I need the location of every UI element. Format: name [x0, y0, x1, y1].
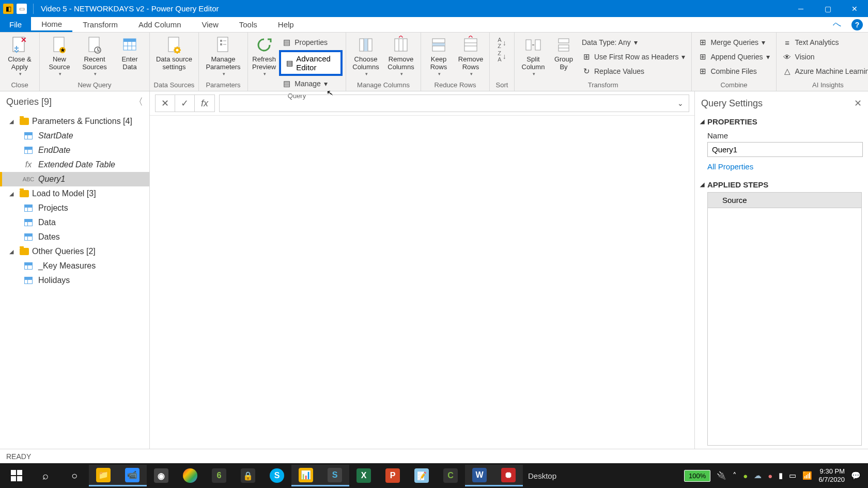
tray-status-icon[interactable]: ● [743, 471, 748, 480]
cortana-button[interactable]: ○ [60, 465, 89, 486]
manage-button[interactable]: ▤Manage▾ [279, 77, 343, 90]
azure-ml-button[interactable]: △Azure Machine Learning [780, 65, 868, 78]
svg-rect-16 [220, 40, 222, 42]
tray-chevron-icon[interactable]: ˄ [733, 471, 737, 480]
collapse-queries-icon[interactable]: 〈 [134, 96, 143, 108]
vision-button[interactable]: 👁Vision [780, 50, 868, 64]
data-type-button[interactable]: Data Type: Any▾ [579, 36, 688, 49]
group-by-button[interactable]: Group By [551, 35, 577, 71]
properties-button[interactable]: ▤Properties [279, 36, 343, 49]
tab-home[interactable]: Home [31, 17, 72, 32]
recorder-button[interactable]: ⏺ [494, 465, 523, 486]
datasources-group-label: Data Sources [153, 80, 195, 91]
remove-columns-button[interactable]: ✕ Remove Columns▾ [384, 35, 417, 76]
tab-view[interactable]: View [192, 17, 229, 32]
notifications-icon[interactable]: 💬 [851, 471, 861, 480]
first-row-headers-button[interactable]: ⊞Use First Row as Headers▾ [579, 50, 688, 64]
choose-columns-button[interactable]: Choose Columns▾ [349, 35, 382, 76]
folder-other-queries[interactable]: ◢Other Queries [2] [0, 244, 149, 259]
formula-cancel-button[interactable]: ✕ [156, 95, 175, 112]
minimize-button[interactable]: ─ [787, 0, 814, 17]
start-button[interactable] [2, 465, 31, 486]
remove-rows-button[interactable]: ✕ Remove Rows▾ [455, 35, 486, 76]
merge-queries-button[interactable]: ⊞Merge Queries▾ [695, 36, 772, 49]
refresh-preview-button[interactable]: Refresh Preview▾ [251, 35, 277, 76]
tab-add-column[interactable]: Add Column [128, 17, 192, 32]
tab-transform[interactable]: Transform [72, 17, 128, 32]
query-dates[interactable]: Dates [0, 230, 149, 244]
center-area: ✕ ✓ fx ⌄ [150, 91, 694, 449]
word-button[interactable]: W [465, 465, 494, 486]
tray-app-icon[interactable]: ● [768, 471, 772, 480]
desktop-label[interactable]: Desktop [523, 471, 562, 480]
query-key-measures[interactable]: _Key Measures [0, 259, 149, 273]
power-icon[interactable]: 🔌 [717, 471, 726, 480]
help-icon[interactable]: ? [851, 19, 863, 30]
recent-sources-button[interactable]: Recent Sources▾ [78, 35, 111, 76]
sort-group-label: Sort [493, 80, 511, 91]
excel-button[interactable]: X [349, 465, 378, 486]
text-analytics-button[interactable]: ≡Text Analytics [780, 36, 868, 49]
keep-rows-button[interactable]: Keep Rows▾ [424, 35, 453, 76]
folder-load-to-model[interactable]: ◢Load to Model [3] [0, 186, 149, 201]
battery-icon[interactable]: ▭ [789, 471, 796, 480]
properties-section-header[interactable]: ◢PROPERTIES [700, 114, 863, 129]
app-button-2[interactable]: 6 [205, 465, 234, 486]
folder-icon [20, 248, 29, 255]
file-explorer-button[interactable]: 📁 [89, 465, 118, 486]
query-projects[interactable]: Projects [0, 201, 149, 215]
search-button[interactable]: ⌕ [31, 465, 60, 486]
formula-commit-button[interactable]: ✓ [175, 95, 195, 112]
collapse-ribbon-icon[interactable]: へ [833, 17, 841, 32]
wifi-icon[interactable]: 📶 [802, 471, 812, 480]
chrome-button[interactable] [176, 465, 205, 486]
maximize-button[interactable]: ▢ [814, 0, 841, 17]
combine-files-button[interactable]: ⊞Combine Files [695, 65, 772, 78]
sort-desc-button[interactable]: ZA↓ [498, 50, 506, 62]
data-source-settings-button[interactable]: Data source settings [153, 35, 195, 71]
combine-group-label: Combine [695, 80, 772, 91]
zoom-button[interactable]: 📹 [118, 465, 147, 486]
powerbi-button[interactable]: 📊 [291, 465, 320, 486]
camtasia-button[interactable]: C [436, 465, 465, 486]
formula-expand-icon[interactable]: ⌄ [677, 99, 684, 107]
newquery-group-label: New Query [43, 80, 146, 91]
app-button-1[interactable]: ◉ [147, 465, 176, 486]
onedrive-icon[interactable]: ☁ [754, 471, 762, 480]
sort-asc-button[interactable]: AZ↓ [498, 37, 506, 49]
close-window-button[interactable]: ✕ [841, 0, 868, 17]
folder-parameters-functions[interactable]: ◢Parameters & Functions [4] [0, 114, 149, 129]
query-name-input[interactable] [707, 142, 863, 157]
manage-parameters-button[interactable]: Manage Parameters▾ [202, 35, 244, 76]
notepad-button[interactable]: 📝 [407, 465, 436, 486]
new-source-button[interactable]: ★ New Source▾ [43, 35, 76, 76]
query-startdate[interactable]: StartDate [0, 129, 149, 143]
query-data[interactable]: Data [0, 215, 149, 230]
query-extended-date-table[interactable]: fxExtended Date Table [0, 158, 149, 172]
snagit-button[interactable]: S [320, 465, 349, 486]
tab-file[interactable]: File [0, 17, 31, 32]
clock[interactable]: 9:30 PM 6/7/2020 [818, 467, 845, 483]
usb-icon[interactable]: ▮ [779, 471, 783, 480]
all-properties-link[interactable]: All Properties [700, 157, 863, 177]
app-button-3[interactable]: 🔒 [234, 465, 262, 486]
formula-fx-button[interactable]: fx [195, 95, 214, 112]
skype-button[interactable]: S [262, 465, 291, 486]
tab-tools[interactable]: Tools [229, 17, 268, 32]
applied-step-source[interactable]: Source [707, 192, 862, 208]
query-enddate[interactable]: EndDate [0, 143, 149, 158]
powerpoint-button[interactable]: P [378, 465, 407, 486]
append-queries-button[interactable]: ⊞Append Queries▾ [695, 50, 772, 64]
tab-help[interactable]: Help [268, 17, 304, 32]
close-apply-button[interactable]: ✕ Close & Apply▾ [3, 35, 36, 76]
enter-data-button[interactable]: Enter Data [113, 35, 146, 71]
query-holidays[interactable]: Holidays [0, 273, 149, 288]
replace-values-button[interactable]: ↻Replace Values [579, 65, 688, 78]
split-column-button[interactable]: Split Column▾ [518, 35, 549, 76]
battery-indicator[interactable]: 100% [684, 470, 710, 482]
applied-steps-header[interactable]: ◢APPLIED STEPS [700, 177, 863, 192]
close-settings-button[interactable]: ✕ [854, 98, 862, 109]
query-query1[interactable]: ABCQuery1 [0, 172, 149, 186]
advanced-editor-button[interactable]: ▤Advanced Editor [279, 50, 343, 76]
formula-input[interactable]: ⌄ [219, 95, 689, 112]
